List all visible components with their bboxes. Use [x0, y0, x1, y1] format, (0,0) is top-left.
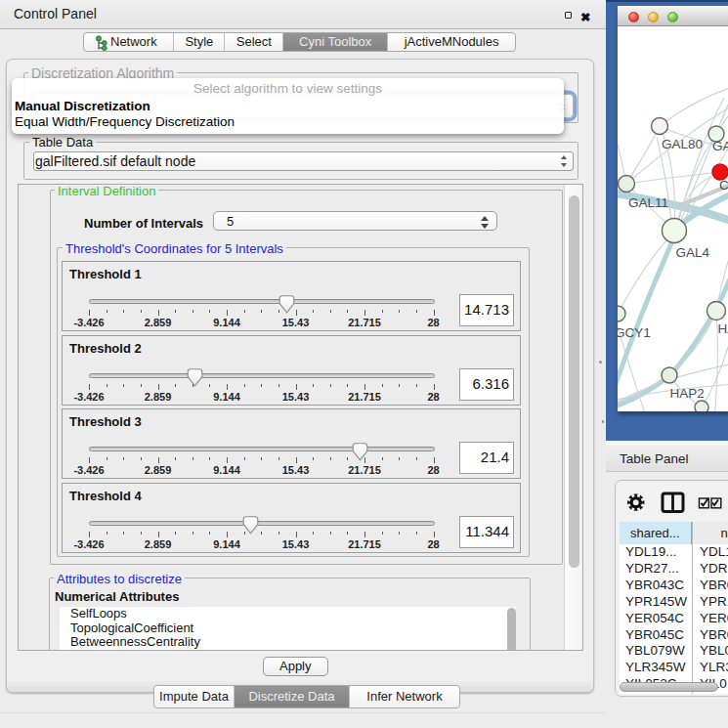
- svg-text:GAL4: GAL4: [676, 245, 710, 260]
- svg-text:GAL: GAL: [712, 139, 728, 153]
- svg-text:GCY1: GCY1: [618, 325, 651, 340]
- svg-text:CD: CD: [719, 178, 728, 193]
- svg-text:HA: HA: [718, 321, 728, 336]
- svg-text:GAL11: GAL11: [628, 195, 668, 210]
- svg-text:GAL80: GAL80: [662, 137, 703, 151]
- svg-text:HAP2: HAP2: [670, 386, 705, 401]
